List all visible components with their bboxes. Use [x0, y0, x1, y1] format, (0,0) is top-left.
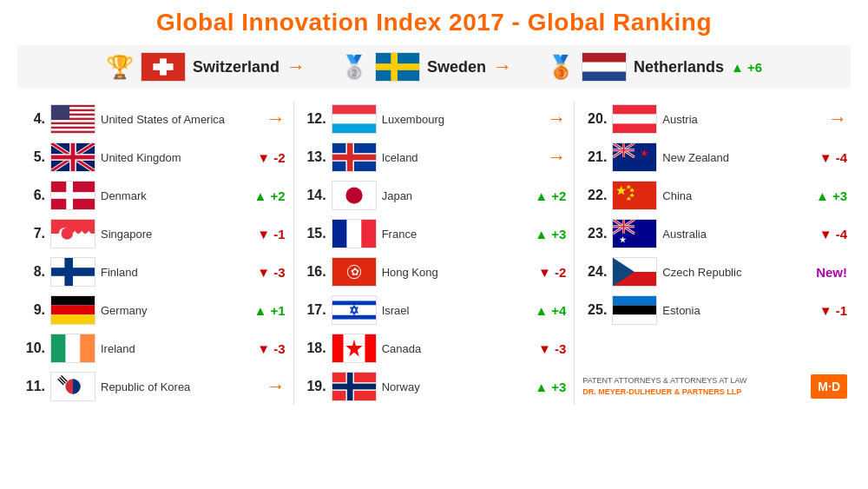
svg-rect-113: [613, 306, 656, 315]
svg-rect-2: [153, 63, 173, 70]
trend-denmark: ▲ +2: [254, 188, 286, 203]
svg-text:✦✦✦: ✦✦✦: [71, 228, 92, 238]
svg-rect-14: [51, 124, 95, 127]
ranking-row-austria: 20. Austria →: [579, 101, 851, 137]
flag-germany: [50, 295, 95, 325]
ranking-row-israel: 17. Israel ▲ +4: [299, 292, 570, 328]
svg-rect-114: [613, 314, 656, 324]
country-hongkong: Hong Kong: [382, 266, 533, 279]
flag-singapore: ✦✦✦: [50, 219, 95, 248]
svg-rect-64: [332, 296, 376, 325]
svg-rect-70: [332, 334, 344, 363]
country-uk: United Kingdom: [101, 151, 252, 164]
svg-point-57: [345, 187, 362, 203]
top3-name-sweden: Sweden: [427, 58, 486, 76]
svg-rect-58: [332, 220, 347, 248]
rankings-grid: 4. United States of America →: [17, 101, 851, 405]
flag-ireland: [50, 334, 95, 363]
rank-11: 11.: [21, 379, 45, 394]
country-singapore: Singapore: [101, 228, 252, 241]
svg-rect-39: [51, 314, 95, 324]
flag-france: [332, 219, 377, 248]
ranking-row-czech: 24. Czech Republic New!: [579, 254, 851, 290]
svg-rect-92: [613, 182, 656, 210]
rank-7: 7.: [21, 226, 45, 241]
trophy-silver-icon: 🥈: [340, 54, 368, 81]
trend-france: ▲ +3: [535, 227, 566, 241]
footer-logo: M·D: [811, 374, 847, 399]
svg-rect-16: [51, 105, 69, 120]
rank-24: 24.: [582, 264, 607, 280]
trend-canada: ▼ -3: [538, 341, 566, 356]
rank-19: 19.: [302, 379, 326, 394]
svg-rect-7: [582, 53, 626, 63]
rankings-col1: 4. United States of America →: [17, 101, 289, 405]
rank-25: 25.: [582, 302, 607, 318]
flag-japan: [332, 181, 377, 210]
svg-rect-59: [346, 220, 361, 248]
rank-9: 9.: [21, 302, 45, 318]
trend-norway: ▲ +3: [535, 380, 566, 394]
rank-10: 10.: [21, 340, 45, 356]
ranking-row-australia: 23. Austr: [579, 215, 851, 252]
ranking-row-finland: 8. Finland ▼ -3: [17, 254, 289, 290]
flag-svg-netherlands: [582, 52, 626, 82]
rank-16: 16.: [302, 264, 326, 280]
svg-rect-55: [346, 143, 352, 172]
svg-rect-79: [613, 115, 656, 124]
flag-china: [612, 181, 657, 210]
trend-luxembourg: →: [547, 108, 566, 130]
country-ireland: Ireland: [101, 342, 252, 355]
trophy-bronze-icon: 🥉: [547, 54, 575, 81]
rank-17: 17.: [302, 302, 326, 318]
rank-15: 15.: [302, 226, 326, 241]
ranking-row-hongkong: 16. ✿ Hong Kong ▼ -2: [299, 254, 570, 290]
flag-sweden: [375, 52, 420, 82]
trend-germany: ▲ +1: [254, 303, 286, 318]
svg-rect-37: [51, 296, 95, 306]
svg-rect-90: [623, 143, 625, 157]
rank-18: 18.: [302, 340, 326, 356]
top3-item-netherlands: 🥉 Netherlands ▲ +6: [547, 52, 762, 82]
spacer-row-1: [579, 330, 851, 367]
trend-korea: →: [266, 375, 286, 398]
trend-newzealand: ▼ -4: [819, 150, 847, 165]
rank-14: 14.: [302, 188, 326, 203]
rank-21: 21.: [582, 149, 607, 165]
arrow-sweden: →: [493, 56, 512, 78]
top3-name-netherlands: Netherlands: [634, 58, 724, 76]
ranking-row-estonia: 25. Estonia ▼ -1: [579, 292, 851, 328]
ranking-row-usa: 4. United States of America →: [17, 101, 289, 137]
top3-section: 🏆 Switzerland → 🥈 Swed: [17, 45, 851, 89]
page-title: Global Innovation Index 2017 - Global Ra…: [17, 9, 851, 36]
svg-rect-25: [71, 143, 76, 172]
trend-china: ▲ +3: [816, 188, 847, 203]
flag-korea: [50, 372, 95, 401]
country-denmark: Denmark: [101, 189, 249, 202]
trend-finland: ▼ -3: [257, 265, 285, 280]
svg-rect-76: [332, 384, 376, 390]
svg-rect-28: [66, 182, 73, 210]
country-japan: Japan: [382, 189, 530, 202]
rankings-col3: 20. Austria → 21.: [579, 101, 851, 405]
svg-rect-50: [332, 123, 376, 133]
ranking-row-newzealand: 21.: [579, 139, 851, 175]
country-austria: Austria: [662, 113, 823, 126]
flag-canada: [332, 334, 377, 363]
flag-usa: [50, 104, 95, 134]
svg-rect-112: [613, 296, 656, 306]
rank-12: 12.: [302, 111, 326, 127]
trend-ireland: ▼ -3: [257, 341, 285, 356]
change-netherlands: ▲ +6: [731, 60, 762, 75]
country-finland: Finland: [101, 266, 252, 279]
svg-rect-66: [332, 315, 376, 320]
country-czech: Czech Republic: [662, 266, 811, 279]
ranking-row-china: 22. China ▲ +3: [579, 177, 851, 214]
spacer-row-2: PATENT ATTORNEYS & ATTORNEYS AT LAW DR. …: [579, 368, 851, 405]
ranking-row-germany: 9. Germany ▲ +1: [17, 292, 289, 328]
svg-rect-38: [51, 306, 95, 315]
flag-hongkong: ✿: [332, 257, 377, 287]
trend-usa: →: [266, 108, 286, 130]
trophy-gold-icon: 🏆: [106, 54, 134, 81]
flag-svg-sweden: [376, 52, 419, 82]
